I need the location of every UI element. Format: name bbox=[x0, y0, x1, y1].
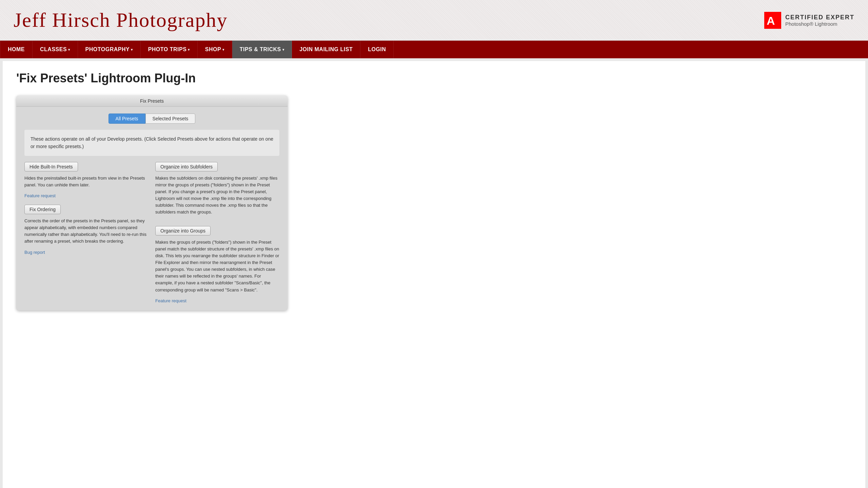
fix-ordering-button[interactable]: Fix Ordering bbox=[24, 205, 61, 214]
nav-label-login: LOGIN bbox=[368, 46, 386, 53]
nav-item-tips-tricks[interactable]: TIPS & TRICKS ▾ bbox=[232, 41, 292, 58]
nav-item-shop[interactable]: SHOP ▾ bbox=[198, 41, 232, 58]
organize-groups-desc: Makes the groups of presets ("folders") … bbox=[155, 239, 279, 293]
page-title: 'Fix Presets' Lightroom Plug-In bbox=[16, 71, 852, 85]
tab-row: All Presets Selected Presets bbox=[24, 114, 279, 124]
organize-groups-button[interactable]: Organize into Groups bbox=[155, 226, 211, 236]
nav-item-photography[interactable]: PHOTOGRAPHY ▾ bbox=[78, 41, 141, 58]
nav-label-tips-tricks: TIPS & TRICKS bbox=[240, 46, 281, 53]
main-content: 'Fix Presets' Lightroom Plug-In Fix Pres… bbox=[3, 61, 865, 488]
site-logo: Jeff Hirsch Photography bbox=[14, 8, 228, 32]
nav-label-mailing-list: JOIN MAILING LIST bbox=[299, 46, 353, 53]
hide-builtin-presets-button[interactable]: Hide Built-In Presets bbox=[24, 162, 78, 171]
organize-groups-feature-request-link[interactable]: Feature request bbox=[155, 298, 186, 303]
nav-item-home[interactable]: HOME bbox=[0, 41, 33, 58]
site-header: Jeff Hirsch Photography A CERTIFIED EXPE… bbox=[0, 0, 868, 41]
tab-selected-presets[interactable]: Selected Presets bbox=[145, 114, 196, 124]
plugin-columns: Hide Built-In Presets Hides the preinsta… bbox=[24, 162, 279, 304]
left-column: Hide Built-In Presets Hides the preinsta… bbox=[24, 162, 149, 304]
nav-label-photo-trips: PHOTO TRIPS bbox=[148, 46, 187, 53]
chevron-down-icon: ▾ bbox=[188, 48, 190, 52]
nav-item-mailing-list[interactable]: JOIN MAILING LIST bbox=[292, 41, 360, 58]
organize-subfolders-button[interactable]: Organize into Subfolders bbox=[155, 162, 218, 171]
hide-builtin-presets-desc: Hides the preinstalled built-in presets … bbox=[24, 175, 149, 188]
nav-label-photography: PHOTOGRAPHY bbox=[85, 46, 130, 53]
bug-report-link[interactable]: Bug report bbox=[24, 250, 45, 255]
svg-text:A: A bbox=[767, 14, 775, 27]
plugin-description: These actions operate on all of your Dev… bbox=[24, 130, 279, 156]
chevron-down-icon: ▾ bbox=[222, 48, 224, 52]
chevron-down-icon: ▾ bbox=[131, 48, 133, 52]
plugin-body: All Presets Selected Presets These actio… bbox=[16, 107, 288, 310]
plugin-description-text: These actions operate on all of your Dev… bbox=[31, 136, 273, 149]
plugin-window: Fix Presets All Presets Selected Presets… bbox=[16, 96, 288, 310]
plugin-titlebar: Fix Presets bbox=[16, 96, 288, 107]
nav-item-photo-trips[interactable]: PHOTO TRIPS ▾ bbox=[141, 41, 198, 58]
tab-all-presets[interactable]: All Presets bbox=[108, 114, 145, 124]
hide-builtin-feature-request-link[interactable]: Feature request bbox=[24, 193, 56, 198]
adobe-product-label: Photoshop® Lightroom bbox=[785, 21, 854, 27]
adobe-text-block: CERTIFIED EXPERT Photoshop® Lightroom bbox=[785, 14, 854, 27]
plugin-title: Fix Presets bbox=[140, 98, 164, 104]
certified-expert-label: CERTIFIED EXPERT bbox=[785, 14, 854, 21]
nav-label-home: HOME bbox=[8, 46, 25, 53]
fix-ordering-desc: Corrects the order of the presets in the… bbox=[24, 218, 149, 245]
nav-item-login[interactable]: LOGIN bbox=[360, 41, 394, 58]
adobe-badge: A CERTIFIED EXPERT Photoshop® Lightroom bbox=[764, 12, 854, 29]
adobe-logo-icon: A bbox=[764, 12, 781, 29]
right-column: Organize into Subfolders Makes the subfo… bbox=[155, 162, 279, 304]
nav-label-shop: SHOP bbox=[205, 46, 221, 53]
nav-label-classes: CLASSES bbox=[40, 46, 67, 53]
chevron-down-icon: ▾ bbox=[68, 48, 70, 52]
chevron-down-icon: ▾ bbox=[282, 48, 284, 52]
main-nav: HOME CLASSES ▾ PHOTOGRAPHY ▾ PHOTO TRIPS… bbox=[0, 41, 868, 58]
organize-subfolders-desc: Makes the subfolders on disk containing … bbox=[155, 175, 279, 216]
nav-item-classes[interactable]: CLASSES ▾ bbox=[33, 41, 78, 58]
